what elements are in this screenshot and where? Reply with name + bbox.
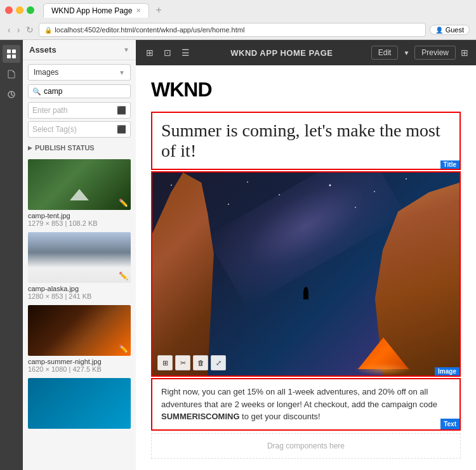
- window-controls[interactable]: [5, 6, 34, 14]
- svg-rect-0: [7, 49, 11, 53]
- svg-rect-3: [12, 55, 16, 58]
- publish-status-label: PUBLISH STATUS: [35, 144, 95, 152]
- pages-icon[interactable]: [3, 65, 20, 83]
- guest-label: Guest: [446, 26, 464, 34]
- crop-button[interactable]: ⊞: [157, 355, 173, 370]
- close-button[interactable]: [5, 6, 13, 14]
- asset-thumb-camp-summer-night[interactable]: ✏️: [28, 305, 131, 356]
- svg-point-7: [247, 181, 248, 183]
- guest-badge: 👤 Guest: [430, 25, 470, 35]
- tab-title: WKND App Home Page: [51, 6, 132, 15]
- svg-point-14: [355, 207, 356, 208]
- text-before: Right now, you can get 15% on all 1-week…: [161, 387, 437, 409]
- enter-path-placeholder: Enter path: [32, 106, 117, 115]
- sidebar-content: Assets ▼ Images ▼ 🔍 ✕ Enter path ⬛ Sel: [23, 40, 136, 470]
- url-text: localhost:4502/editor.html/content/wknd-…: [55, 26, 244, 34]
- sidebar-title: Assets: [29, 45, 56, 55]
- asset-thumb-surf[interactable]: [28, 378, 131, 429]
- title-component: Summer is coming, let's make the most of…: [151, 112, 461, 170]
- images-dropdown[interactable]: Images ▼: [28, 64, 131, 81]
- title-badge: Title: [440, 160, 459, 169]
- asset-filename-camp-summer-night: camp-summer-night.jpg: [28, 358, 131, 365]
- search-icon: 🔍: [32, 88, 41, 96]
- enter-path-field[interactable]: Enter path ⬛: [28, 102, 131, 119]
- emulator-icon[interactable]: ⊡: [161, 46, 174, 59]
- edit-button[interactable]: Edit: [371, 46, 399, 60]
- app-container: Assets ▼ Images ▼ 🔍 ✕ Enter path ⬛ Sel: [0, 40, 476, 470]
- text-component: Right now, you can get 15% on all 1-week…: [151, 378, 461, 431]
- refresh-button[interactable]: ↻: [25, 23, 35, 36]
- surf-image: [28, 378, 131, 429]
- asset-item-surf: [28, 378, 131, 429]
- svg-rect-2: [7, 55, 11, 58]
- components-icon[interactable]: [3, 86, 20, 103]
- asset-edit-icon-night[interactable]: ✏️: [119, 344, 128, 353]
- sidebar-dropdown-icon[interactable]: ▼: [123, 46, 129, 53]
- asset-item-camp-tent: ✏️ camp-tent.jpg 1279 × 853 | 108.2 KB: [28, 159, 131, 227]
- asset-meta-camp-alaska: 1280 × 853 | 241 KB: [28, 292, 131, 300]
- asset-filename-camp-tent: camp-tent.jpg: [28, 212, 131, 219]
- text-badge: Text: [440, 419, 459, 429]
- image-component: ⊞ ✂ 🗑 ⤢ Image: [151, 171, 461, 377]
- page-info-icon[interactable]: ☰: [179, 46, 192, 59]
- transform-button[interactable]: ✂: [175, 355, 190, 370]
- camp-alaska-image: [28, 232, 131, 283]
- toolbar-right: Edit ▼ Preview ⊞: [371, 46, 468, 60]
- editor-content: WKND Summer is coming, let's make the mo…: [136, 65, 476, 470]
- minimize-button[interactable]: [16, 6, 23, 14]
- person-silhouette: [303, 287, 308, 299]
- asset-thumb-camp-tent[interactable]: ✏️: [28, 159, 131, 210]
- asset-item-camp-summer-night: ✏️ camp-summer-night.jpg 1620 × 1080 | 4…: [28, 305, 131, 373]
- asset-item-camp-alaska: ✏️ camp-alaska.jpg 1280 × 853 | 241 KB: [28, 232, 131, 300]
- forward-button[interactable]: ›: [16, 23, 22, 36]
- browser-addressbar: ‹ › ↻ 🔒 localhost:4502/editor.html/conte…: [0, 20, 476, 39]
- grid-icon[interactable]: ⊞: [461, 48, 468, 58]
- maximize-button[interactable]: [27, 6, 34, 14]
- url-bar[interactable]: 🔒 localhost:4502/editor.html/content/wkn…: [39, 23, 425, 37]
- sidebar-icon-rail: [0, 40, 23, 470]
- fullscreen-button[interactable]: ⤢: [211, 355, 226, 370]
- main-area: ⊞ ⊡ ☰ WKND APP HOME PAGE Edit ▼ Preview …: [136, 40, 476, 470]
- assets-icon[interactable]: [3, 45, 20, 63]
- select-tags-placeholder: Select Tag(s): [32, 125, 117, 134]
- toolbar-title: WKND APP HOME PAGE: [200, 48, 364, 58]
- camp-summer-night-image: [28, 305, 131, 356]
- text-after: to get your discounts!: [240, 412, 321, 421]
- text-campaign-code: SUMMERISCOMING: [161, 412, 240, 421]
- asset-thumb-camp-alaska[interactable]: ✏️: [28, 232, 131, 283]
- asset-edit-icon[interactable]: ✏️: [119, 199, 128, 207]
- drag-components-area[interactable]: Drag components here: [151, 433, 461, 459]
- back-button[interactable]: ‹: [6, 23, 12, 36]
- asset-meta-camp-summer-night: 1620 × 1080 | 427.5 KB: [28, 365, 131, 373]
- sidebar: Assets ▼ Images ▼ 🔍 ✕ Enter path ⬛ Sel: [0, 40, 136, 470]
- layout-icon[interactable]: ⊞: [143, 46, 156, 59]
- sidebar-header: Assets ▼: [23, 40, 136, 60]
- user-icon: 👤: [435, 27, 443, 34]
- tags-icon: ⬛: [117, 125, 126, 134]
- svg-point-8: [279, 194, 280, 195]
- tab-close-icon[interactable]: ✕: [136, 7, 141, 14]
- new-tab-icon[interactable]: +: [155, 4, 161, 16]
- editor-inner: WKND Summer is coming, let's make the mo…: [136, 65, 476, 470]
- delete-button[interactable]: 🗑: [193, 355, 208, 370]
- search-field[interactable]: 🔍 ✕: [28, 84, 131, 98]
- svg-point-5: [171, 185, 172, 186]
- select-tags-field[interactable]: Select Tag(s) ⬛: [28, 121, 131, 138]
- browser-tab[interactable]: WKND App Home Page ✕: [43, 3, 149, 18]
- svg-point-10: [374, 191, 375, 192]
- title-text: Summer is coming, let's make the most of…: [152, 113, 459, 169]
- night-sky-bg: [152, 173, 459, 375]
- edit-chevron-icon[interactable]: ▼: [403, 49, 409, 56]
- preview-button[interactable]: Preview: [414, 46, 456, 60]
- search-input[interactable]: [44, 87, 136, 96]
- dropdown-label: Images: [34, 68, 119, 77]
- publish-status-arrow-icon: ▶: [28, 145, 32, 151]
- toolbar-left: ⊞ ⊡ ☰: [143, 46, 192, 59]
- ssl-icon: 🔒: [44, 27, 52, 34]
- asset-edit-icon-alaska[interactable]: ✏️: [119, 271, 128, 280]
- svg-point-9: [329, 185, 331, 186]
- svg-point-15: [228, 204, 229, 205]
- image-toolbar: ⊞ ✂ 🗑 ⤢: [157, 355, 226, 370]
- publish-status-toggle[interactable]: ▶ PUBLISH STATUS: [28, 141, 131, 154]
- aem-toolbar: ⊞ ⊡ ☰ WKND APP HOME PAGE Edit ▼ Preview …: [136, 40, 476, 65]
